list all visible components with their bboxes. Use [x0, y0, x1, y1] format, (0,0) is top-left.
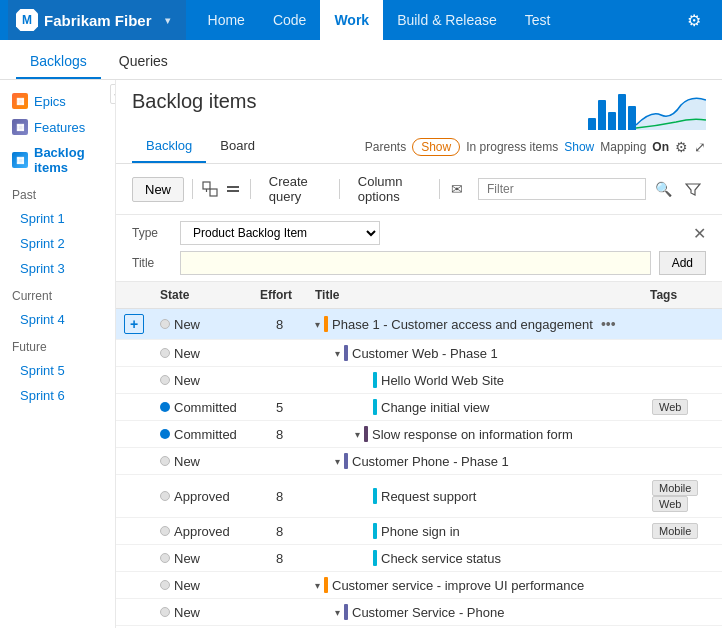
item-title[interactable]: Hello World Web Site: [381, 373, 504, 388]
sidebar-past-header: Past: [0, 180, 115, 206]
search-icon[interactable]: 🔍: [650, 176, 676, 202]
nav-test[interactable]: Test: [511, 0, 565, 40]
row-action-cell[interactable]: [116, 599, 152, 626]
sidebar-item-epics[interactable]: ▦ Epics: [0, 88, 115, 114]
row-effort-cell: 5: [252, 394, 307, 421]
column-options-btn[interactable]: Column options: [348, 170, 431, 208]
sidebar-sprint6[interactable]: Sprint 6: [0, 383, 115, 408]
effort-value: 8: [276, 489, 283, 504]
burndown-chart: [588, 90, 636, 130]
brand-dropdown-icon[interactable]: ▾: [158, 10, 178, 30]
title-input[interactable]: [180, 251, 651, 275]
expand-chevron[interactable]: ▾: [335, 456, 340, 467]
table-row: Approved8Phone sign inMobile: [116, 518, 722, 545]
state-dot: [160, 375, 170, 385]
col-title[interactable]: Title: [307, 282, 642, 309]
more-options-btn[interactable]: •••: [601, 316, 616, 332]
filter-input[interactable]: [478, 178, 646, 200]
item-title[interactable]: Change initial view: [381, 400, 489, 415]
item-title[interactable]: Check service status: [381, 551, 501, 566]
nav-home[interactable]: Home: [194, 0, 259, 40]
tab-board[interactable]: Board: [206, 130, 269, 163]
settings-icon[interactable]: ⚙: [674, 0, 714, 40]
create-query-btn[interactable]: Create query: [259, 170, 331, 208]
row-action-cell[interactable]: [116, 421, 152, 448]
filter-icon[interactable]: [680, 176, 706, 202]
effort-value: 5: [276, 400, 283, 415]
in-progress-show[interactable]: Show: [564, 140, 594, 154]
sidebar-item-backlog[interactable]: ▦ Backlog items: [0, 140, 115, 180]
add-item-btn[interactable]: Add: [659, 251, 706, 275]
sidebar-future-header: Future: [0, 332, 115, 358]
row-action-cell[interactable]: [116, 448, 152, 475]
table-row: +New8▾Phase 1 - Customer access and enga…: [116, 309, 722, 340]
row-action-cell[interactable]: [116, 518, 152, 545]
row-action-cell[interactable]: [116, 545, 152, 572]
row-action-cell[interactable]: [116, 394, 152, 421]
new-button[interactable]: New: [132, 177, 184, 202]
add-child-row-btn[interactable]: +: [124, 314, 144, 334]
nav-code[interactable]: Code: [259, 0, 320, 40]
row-title-cell: Request support: [307, 475, 642, 518]
sidebar-item-features[interactable]: ▦ Features: [0, 114, 115, 140]
add-child-icon[interactable]: [201, 176, 220, 202]
row-effort-cell: [252, 448, 307, 475]
item-title[interactable]: Customer service - improve UI performanc…: [332, 578, 584, 593]
item-title[interactable]: Customer Phone - Phase 1: [352, 454, 509, 469]
nav-items: Home Code Work Build & Release Test: [194, 0, 565, 40]
sidebar-sprint4[interactable]: Sprint 4: [0, 307, 115, 332]
secondary-nav: Backlogs Queries: [0, 40, 722, 80]
state-dot: [160, 491, 170, 501]
nav-build-release[interactable]: Build & Release: [383, 0, 511, 40]
state-dot: [160, 456, 170, 466]
expand-chevron[interactable]: ▾: [315, 319, 320, 330]
item-title[interactable]: Phase 1 - Customer access and engagement: [332, 317, 593, 332]
item-title[interactable]: Request support: [381, 489, 476, 504]
expand-chevron[interactable]: ▾: [335, 348, 340, 359]
parents-show-btn[interactable]: Show: [412, 138, 460, 156]
sidebar-features-label: Features: [34, 120, 85, 135]
row-action-cell[interactable]: [116, 340, 152, 367]
col-effort[interactable]: Effort: [252, 282, 307, 309]
top-nav: Fabrikam Fiber ▾ Home Code Work Build & …: [0, 0, 722, 40]
sidebar-sprint1[interactable]: Sprint 1: [0, 206, 115, 231]
tab-backlogs[interactable]: Backlogs: [16, 45, 101, 79]
email-icon[interactable]: ✉: [447, 176, 466, 202]
sidebar-sprint2[interactable]: Sprint 2: [0, 231, 115, 256]
table-row: Approved8Request supportMobileWeb: [116, 475, 722, 518]
brand[interactable]: Fabrikam Fiber ▾: [8, 0, 186, 40]
col-state[interactable]: State: [152, 282, 252, 309]
insert-item-icon[interactable]: [223, 176, 242, 202]
row-state-cell: Committed: [152, 421, 252, 448]
sidebar-sprint3[interactable]: Sprint 3: [0, 256, 115, 281]
nav-work[interactable]: Work: [320, 0, 383, 40]
table-row: New▾Customer Phone - Phase 1: [116, 448, 722, 475]
state-dot: [160, 319, 170, 329]
item-title[interactable]: Phone sign in: [381, 524, 460, 539]
row-tags-cell: [642, 572, 722, 599]
col-tags[interactable]: Tags: [642, 282, 722, 309]
expand-icon[interactable]: ⤢: [694, 139, 706, 155]
row-tags-cell: Web: [642, 394, 722, 421]
row-action-cell[interactable]: [116, 367, 152, 394]
item-title[interactable]: Slow response on information form: [372, 427, 573, 442]
backlog-icon: ▦: [12, 152, 28, 168]
row-action-cell[interactable]: +: [116, 309, 152, 340]
tab-backlog[interactable]: Backlog: [132, 130, 206, 163]
row-title-cell: Hello World Web Site: [307, 367, 642, 394]
row-action-cell[interactable]: [116, 475, 152, 518]
tab-queries[interactable]: Queries: [105, 45, 182, 79]
expand-chevron[interactable]: ▾: [335, 607, 340, 618]
item-title[interactable]: Customer Service - Phone: [352, 605, 504, 620]
sidebar-sprint5[interactable]: Sprint 5: [0, 358, 115, 383]
type-select[interactable]: Product Backlog Item: [180, 221, 380, 245]
row-action-cell[interactable]: [116, 572, 152, 599]
close-add-item-btn[interactable]: ✕: [693, 224, 706, 243]
effort-value: 8: [276, 524, 283, 539]
row-effort-cell: [252, 599, 307, 626]
mapping-settings-icon[interactable]: ⚙: [675, 139, 688, 155]
expand-chevron[interactable]: ▾: [315, 580, 320, 591]
expand-chevron[interactable]: ▾: [355, 429, 360, 440]
item-title[interactable]: Customer Web - Phase 1: [352, 346, 498, 361]
item-color-bar: [373, 488, 377, 504]
